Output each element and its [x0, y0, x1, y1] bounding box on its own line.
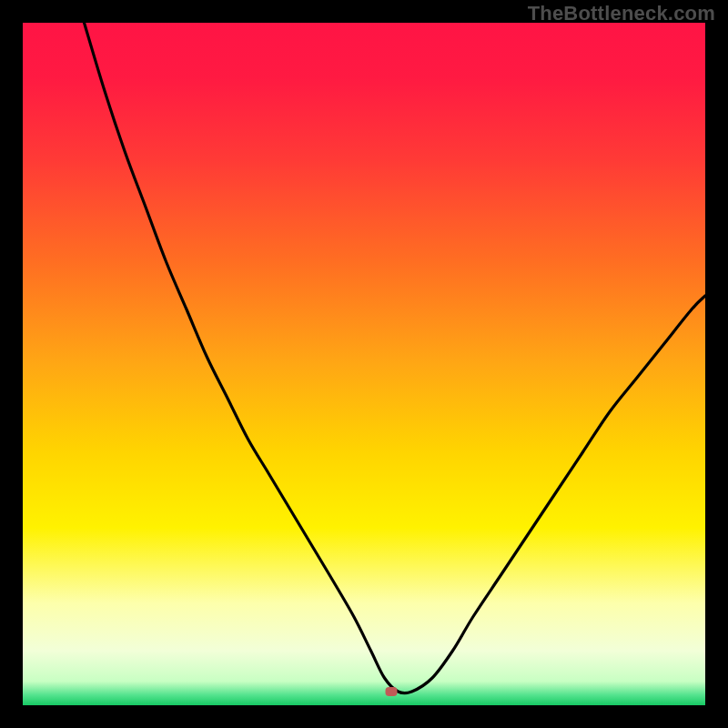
plot-area [23, 23, 705, 705]
chart-frame: TheBottleneck.com [0, 0, 728, 728]
watermark-text: TheBottleneck.com [528, 2, 715, 25]
gradient-background [23, 23, 705, 705]
plot-svg [23, 23, 705, 705]
